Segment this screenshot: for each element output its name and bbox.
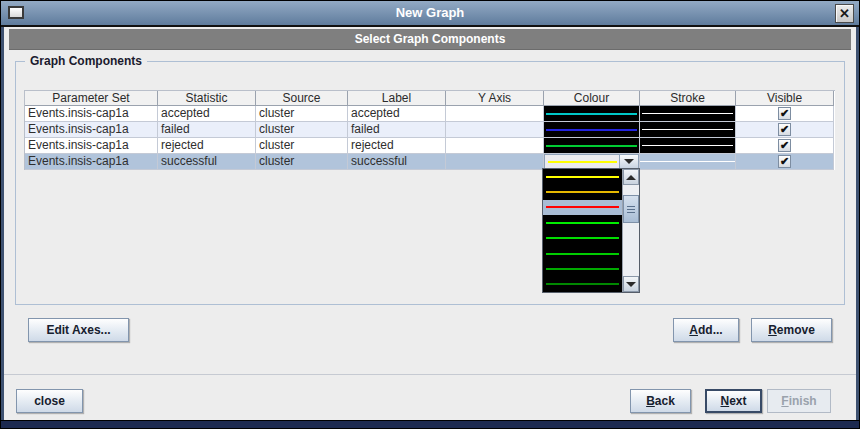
- cell-visible[interactable]: ✔: [736, 106, 834, 122]
- close-button[interactable]: close: [16, 389, 83, 413]
- colour-combobox[interactable]: [544, 154, 639, 169]
- colour-option[interactable]: [543, 261, 622, 276]
- column-header-source[interactable]: Source: [256, 91, 348, 106]
- close-icon[interactable]: ✕: [835, 4, 854, 23]
- colour-option-list: [543, 169, 622, 292]
- colour-swatch: [544, 122, 639, 137]
- table-row[interactable]: Events.insis-cap1a accepted cluster acce…: [25, 106, 835, 122]
- cell-parameter-set[interactable]: Events.insis-cap1a: [25, 138, 158, 154]
- titlebar[interactable]: New Graph ✕: [1, 1, 859, 27]
- cell-colour[interactable]: [544, 138, 640, 154]
- cell-y-axis[interactable]: [446, 138, 544, 154]
- cell-statistic[interactable]: failed: [158, 122, 256, 138]
- stroke-swatch: [640, 138, 735, 153]
- cell-label[interactable]: accepted: [348, 106, 446, 122]
- cell-label[interactable]: successful: [348, 154, 446, 170]
- cell-y-axis[interactable]: [446, 106, 544, 122]
- colour-option[interactable]: [543, 184, 622, 199]
- colour-line: [546, 237, 619, 239]
- finish-button-mnemonic: F: [781, 394, 788, 408]
- cell-label[interactable]: rejected: [348, 138, 446, 154]
- wizard-step-title: Select Graph Components: [9, 29, 851, 50]
- cell-colour[interactable]: [544, 106, 640, 122]
- colour-line: [546, 222, 619, 224]
- dropdown-scrollbar[interactable]: [622, 169, 639, 292]
- column-header-stroke[interactable]: Stroke: [640, 91, 736, 106]
- colour-line: [546, 176, 619, 178]
- cell-parameter-set[interactable]: Events.insis-cap1a: [25, 122, 158, 138]
- cell-source[interactable]: cluster: [256, 122, 348, 138]
- stroke-line: [640, 161, 735, 162]
- edit-axes-button[interactable]: Edit Axes...: [28, 318, 129, 342]
- add-button-label: dd...: [698, 323, 723, 337]
- cell-visible[interactable]: ✔: [736, 122, 834, 138]
- colour-option[interactable]: [543, 169, 622, 184]
- colour-option[interactable]: [543, 231, 622, 246]
- cell-y-axis[interactable]: [446, 154, 544, 170]
- scrollbar-thumb[interactable]: [623, 195, 639, 223]
- colour-swatch: [544, 138, 639, 153]
- scrollbar-track[interactable]: [623, 185, 639, 276]
- next-button[interactable]: Next: [705, 389, 762, 413]
- colour-combobox-value[interactable]: [545, 155, 619, 168]
- cell-stroke[interactable]: [640, 122, 736, 138]
- cell-label[interactable]: failed: [348, 122, 446, 138]
- colour-dropdown-popup: [542, 168, 640, 293]
- button-row-separator: [4, 374, 856, 375]
- remove-button[interactable]: Remove: [751, 318, 832, 342]
- cell-visible[interactable]: ✔: [736, 154, 834, 170]
- dialog-content: Select Graph Components Graph Components…: [4, 27, 856, 420]
- colour-line: [546, 145, 637, 147]
- combobox-dropdown-button[interactable]: [619, 155, 638, 168]
- next-button-label: ext: [729, 394, 746, 408]
- stroke-line: [642, 129, 733, 130]
- cell-parameter-set[interactable]: Events.insis-cap1a: [25, 106, 158, 122]
- colour-swatch: [544, 106, 639, 121]
- column-header-parameter-set[interactable]: Parameter Set: [25, 91, 158, 106]
- add-button[interactable]: Add...: [673, 318, 739, 342]
- column-header-visible[interactable]: Visible: [736, 91, 834, 106]
- cell-statistic[interactable]: rejected: [158, 138, 256, 154]
- next-button-mnemonic: N: [720, 394, 729, 408]
- cell-colour[interactable]: [544, 122, 640, 138]
- scroll-up-button[interactable]: [623, 169, 639, 185]
- colour-line: [546, 206, 619, 208]
- cell-statistic[interactable]: accepted: [158, 106, 256, 122]
- cell-stroke[interactable]: [640, 138, 736, 154]
- finish-button-label: inish: [789, 394, 817, 408]
- cell-source[interactable]: cluster: [256, 138, 348, 154]
- window-title: New Graph: [1, 5, 859, 20]
- visible-checkbox[interactable]: ✔: [778, 139, 791, 152]
- components-table: Parameter Set Statistic Source Label Y A…: [24, 90, 835, 170]
- cell-visible[interactable]: ✔: [736, 138, 834, 154]
- chevron-down-icon: [624, 159, 634, 164]
- column-header-colour[interactable]: Colour: [544, 91, 640, 106]
- visible-checkbox[interactable]: ✔: [778, 123, 791, 136]
- scroll-down-button[interactable]: [623, 276, 639, 292]
- table-row[interactable]: Events.insis-cap1a failed cluster failed…: [25, 122, 835, 138]
- cell-statistic[interactable]: successful: [158, 154, 256, 170]
- cell-source[interactable]: cluster: [256, 154, 348, 170]
- colour-option[interactable]: [543, 200, 622, 215]
- visible-checkbox[interactable]: ✔: [778, 155, 791, 168]
- table-row-selected[interactable]: Events.insis-cap1a successful cluster su…: [25, 154, 835, 170]
- chevron-up-icon: [626, 175, 636, 180]
- column-header-statistic[interactable]: Statistic: [158, 91, 256, 106]
- cell-stroke[interactable]: [640, 106, 736, 122]
- colour-option[interactable]: [543, 215, 622, 230]
- table-header-row: Parameter Set Statistic Source Label Y A…: [25, 91, 835, 106]
- cell-source[interactable]: cluster: [256, 106, 348, 122]
- column-header-label[interactable]: Label: [348, 91, 446, 106]
- cell-parameter-set[interactable]: Events.insis-cap1a: [25, 154, 158, 170]
- colour-option[interactable]: [543, 277, 622, 292]
- back-button[interactable]: Back: [630, 389, 691, 413]
- visible-checkbox[interactable]: ✔: [778, 107, 791, 120]
- add-button-mnemonic: A: [689, 323, 698, 337]
- window-bottom-border: [1, 420, 859, 428]
- table-row[interactable]: Events.insis-cap1a rejected cluster reje…: [25, 138, 835, 154]
- cell-stroke[interactable]: [640, 154, 736, 170]
- column-header-y-axis[interactable]: Y Axis: [446, 91, 544, 106]
- cell-y-axis[interactable]: [446, 122, 544, 138]
- colour-option[interactable]: [543, 246, 622, 261]
- remove-button-mnemonic: R: [768, 323, 777, 337]
